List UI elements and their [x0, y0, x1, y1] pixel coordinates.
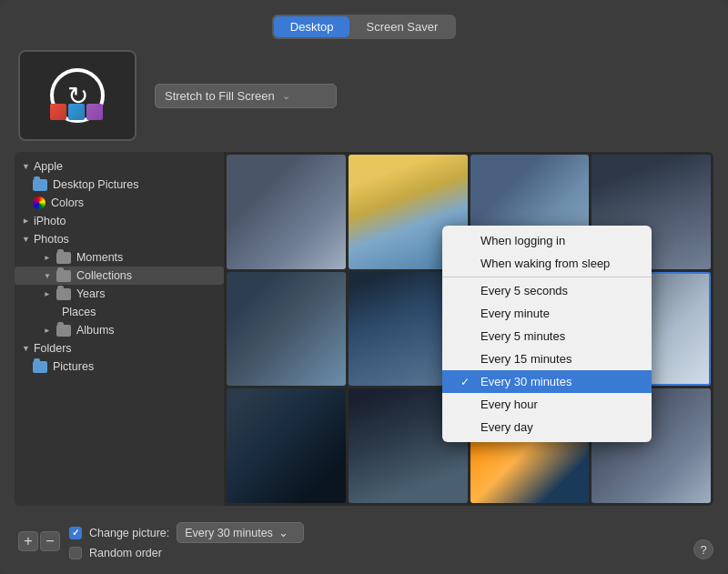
interval-value: Every 30 minutes	[185, 527, 273, 539]
triangle-moments-icon: ▼	[43, 254, 51, 261]
sidebar-item-places[interactable]: Places	[15, 303, 224, 321]
menu-item-when-logging-in[interactable]: When logging in	[442, 229, 652, 252]
change-picture-row: ✓ Change picture: Every 30 minutes ⌄	[69, 522, 710, 543]
menu-item-every-15-minutes[interactable]: Every 15 minutes	[442, 347, 652, 370]
triangle-collections-icon: ▼	[44, 272, 51, 280]
triangle-albums-icon: ▼	[43, 327, 51, 334]
main-area: ▼ Apple Desktop Pictures Colors ▼ iPhoto	[15, 152, 713, 506]
sidebar-label-years: Years	[76, 287, 106, 300]
interval-dropdown-menu: When logging in When waking from sleep E…	[442, 226, 652, 442]
sidebar-section-photos[interactable]: ▼ Photos	[15, 230, 224, 248]
bottom-options: ✓ Change picture: Every 30 minutes ⌄ Ran…	[69, 522, 710, 559]
sidebar-item-desktop-pictures[interactable]: Desktop Pictures	[15, 176, 224, 194]
menu-label-every-minute: Every minute	[480, 307, 550, 320]
chevron-down-icon: ⌄	[282, 90, 290, 102]
content-area: ↻ Stretch to Fill Screen ⌄ ▼	[0, 50, 728, 574]
folder-gray-icon-moments	[56, 252, 71, 264]
menu-item-every-day[interactable]: Every day	[442, 416, 652, 438]
top-row: ↻ Stretch to Fill Screen ⌄	[15, 50, 713, 141]
sidebar-item-collections[interactable]: ▼ Collections	[15, 267, 224, 285]
triangle-folders-icon: ▼	[22, 344, 30, 353]
menu-item-every-5-seconds[interactable]: Every 5 seconds	[442, 279, 652, 302]
sidebar-label-pictures: Pictures	[53, 360, 94, 373]
colors-icon	[33, 196, 46, 209]
stack-piece-3	[86, 104, 103, 120]
sidebar: ▼ Apple Desktop Pictures Colors ▼ iPhoto	[15, 152, 224, 506]
menu-item-every-hour[interactable]: Every hour	[442, 393, 652, 416]
sidebar-label-collections: Collections	[76, 269, 132, 282]
menu-item-every-30-minutes[interactable]: ✓ Every 30 minutes	[442, 370, 652, 393]
sidebar-label-desktop-pictures: Desktop Pictures	[53, 178, 138, 191]
tab-group: Desktop Screen Saver	[272, 15, 456, 39]
checkmark-icon: ✓	[72, 528, 79, 538]
sidebar-item-colors[interactable]: Colors	[15, 194, 224, 212]
check-every-30m: ✓	[460, 376, 473, 388]
menu-item-every-5-minutes[interactable]: Every 5 minutes	[442, 325, 652, 347]
menu-label-every-15-minutes: Every 15 minutes	[480, 352, 571, 366]
remove-button[interactable]: −	[40, 531, 60, 551]
menu-divider-1	[442, 277, 652, 277]
add-button[interactable]: +	[18, 531, 38, 551]
sidebar-section-apple[interactable]: ▼ Apple	[15, 157, 224, 176]
sidebar-label-photos: Photos	[34, 233, 69, 246]
sidebar-label-moments: Moments	[76, 251, 123, 264]
tab-desktop[interactable]: Desktop	[274, 16, 350, 37]
help-button[interactable]: ?	[693, 539, 713, 559]
menu-label-every-30-minutes: Every 30 minutes	[480, 375, 571, 388]
photo-thumb-5[interactable]	[227, 272, 346, 387]
image-stack	[50, 104, 103, 120]
menu-label-when-waking: When waking from sleep	[480, 257, 610, 270]
preview-icon: ↻	[46, 64, 109, 127]
interval-dropdown[interactable]: Every 30 minutes ⌄	[177, 522, 304, 543]
sidebar-label-apple: Apple	[34, 160, 63, 173]
photo-thumb-1[interactable]	[227, 155, 346, 269]
sidebar-item-moments[interactable]: ▼ Moments	[15, 248, 224, 267]
sidebar-label-colors: Colors	[51, 196, 84, 209]
sidebar-item-albums[interactable]: ▼ Albums	[15, 321, 224, 339]
folder-gray-icon-collections	[56, 270, 71, 282]
random-order-row: Random order	[69, 547, 710, 559]
menu-label-every-5-minutes: Every 5 minutes	[480, 329, 565, 343]
stretch-dropdown[interactable]: Stretch to Fill Screen ⌄	[155, 84, 337, 108]
add-remove-buttons: + −	[18, 531, 60, 551]
random-order-label: Random order	[89, 547, 162, 559]
triangle-right-icon: ▼	[21, 217, 30, 226]
desktop-screensaver-window: Desktop Screen Saver ↻ Stretch to	[0, 0, 728, 574]
folder-gray-icon-albums	[56, 325, 71, 337]
tab-screensaver[interactable]: Screen Saver	[349, 16, 454, 37]
sidebar-item-pictures[interactable]: Pictures	[15, 357, 224, 376]
photo-thumb-9[interactable]	[227, 388, 346, 503]
preview-box: ↻	[18, 50, 136, 141]
folder-gray-icon-years	[56, 288, 71, 300]
menu-label-when-logging-in: When logging in	[480, 234, 565, 247]
random-order-checkbox[interactable]	[69, 547, 82, 559]
stretch-label: Stretch to Fill Screen	[165, 89, 275, 103]
folder-blue-icon-pictures	[33, 361, 47, 373]
stack-piece-2	[68, 104, 85, 120]
menu-item-when-waking[interactable]: When waking from sleep	[442, 252, 652, 275]
menu-label-every-5-seconds: Every 5 seconds	[480, 284, 568, 297]
titlebar: Desktop Screen Saver	[0, 0, 728, 50]
stack-piece-1	[50, 104, 66, 120]
menu-label-every-day: Every day	[480, 420, 533, 434]
menu-item-every-minute[interactable]: Every minute	[442, 302, 652, 325]
menu-label-every-hour: Every hour	[480, 398, 538, 411]
sidebar-section-iphoto[interactable]: ▼ iPhoto	[15, 212, 224, 230]
sidebar-item-years[interactable]: ▼ Years	[15, 285, 224, 303]
triangle-down-icon-2: ▼	[22, 235, 30, 244]
bottom-bar: + − ✓ Change picture: Every 30 minutes ⌄	[15, 517, 713, 559]
folder-blue-icon	[33, 179, 47, 191]
change-picture-checkbox[interactable]: ✓	[69, 527, 82, 539]
interval-chevron-icon: ⌄	[278, 526, 288, 539]
change-picture-label: Change picture:	[89, 527, 169, 539]
sidebar-label-places: Places	[62, 306, 96, 318]
triangle-years-icon: ▼	[43, 290, 51, 297]
triangle-down-icon: ▼	[22, 162, 30, 171]
sidebar-label-folders: Folders	[34, 342, 72, 355]
photos-grid: When logging in When waking from sleep E…	[224, 152, 713, 506]
sidebar-label-albums: Albums	[76, 324, 115, 337]
sidebar-label-iphoto: iPhoto	[34, 215, 66, 227]
sidebar-section-folders[interactable]: ▼ Folders	[15, 339, 224, 357]
